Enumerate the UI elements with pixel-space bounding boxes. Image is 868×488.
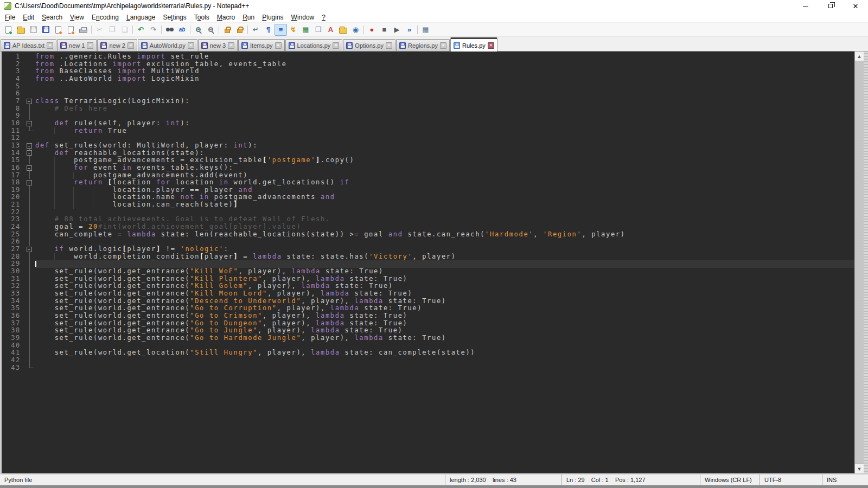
macro-play-icon[interactable]: ▶ xyxy=(391,24,403,36)
fold-collapse-icon[interactable]: − xyxy=(24,179,35,187)
code-line-text: set_rule(world.get_entrance("Go to Jungl… xyxy=(35,327,854,335)
tab-rules-py[interactable]: Rules.py✕ xyxy=(450,37,497,52)
menu-plugins[interactable]: Plugins xyxy=(258,12,287,22)
status-eol-format[interactable]: Windows (CR LF) xyxy=(700,474,760,485)
text-editor[interactable]: 1from ..generic.Rules import set_rule2fr… xyxy=(2,52,854,473)
tab-regions-py[interactable]: Regions.py✕ xyxy=(396,39,450,51)
line-number: 6 xyxy=(2,90,24,98)
new-file-icon[interactable] xyxy=(2,24,15,36)
macro-record-icon[interactable]: ● xyxy=(366,24,378,36)
tab-new-3[interactable]: new 3✕ xyxy=(198,39,238,51)
menu-settings[interactable]: Settings xyxy=(159,12,190,22)
document-list-icon[interactable]: ❒ xyxy=(312,24,324,36)
vertical-scrollbar[interactable]: ▲ ▼ xyxy=(854,52,864,473)
tab-close-icon[interactable]: ✕ xyxy=(275,42,282,49)
close-button[interactable]: ✕ xyxy=(843,0,868,12)
tab-label: new 1 xyxy=(69,42,85,49)
fold-margin xyxy=(24,364,35,372)
tab-close-icon[interactable]: ✕ xyxy=(440,42,446,49)
show-all-characters-icon[interactable]: ¶ xyxy=(262,24,275,36)
menu-tools[interactable]: Tools xyxy=(190,12,213,22)
tab-locations-py[interactable]: Locations.py✕ xyxy=(285,39,343,51)
copy-icon[interactable]: ❐ xyxy=(106,24,118,36)
macro-stop-icon[interactable]: ■ xyxy=(378,24,391,36)
find-icon[interactable] xyxy=(163,24,176,36)
tab-items-py[interactable]: Items.py✕ xyxy=(238,39,285,51)
minimize-button[interactable] xyxy=(793,0,818,12)
code-line-text: for event in events_table.keys(): xyxy=(35,164,854,172)
fold-margin xyxy=(24,357,35,364)
code-line-text: postgame_advancements = exclusion_table[… xyxy=(35,157,854,164)
tab-ap-ideas-txt[interactable]: AP Ideas.txt✕ xyxy=(1,39,56,51)
tab-new-1[interactable]: new 1✕ xyxy=(57,39,97,51)
save-all-icon[interactable] xyxy=(40,24,52,36)
code-line: 32 set_rule(world.get_entrance("Kill Gol… xyxy=(2,282,854,290)
code-line: 2from .Locations import exclusion_table,… xyxy=(2,61,854,68)
show-indent-guide-icon[interactable]: ≡ xyxy=(275,24,287,36)
replace-icon[interactable]: ab xyxy=(176,24,188,36)
zoom-in-icon[interactable]: + xyxy=(192,24,205,36)
macro-run-multiple-icon[interactable]: » xyxy=(403,24,416,36)
fold-margin xyxy=(24,260,35,268)
scroll-down-arrow-icon[interactable]: ▼ xyxy=(855,464,864,473)
menu-file[interactable]: File xyxy=(1,12,19,22)
menu-edit[interactable]: Edit xyxy=(19,12,38,22)
zoom-out-icon[interactable]: − xyxy=(205,24,217,36)
save-file-icon[interactable] xyxy=(27,24,40,36)
close-file-icon[interactable] xyxy=(52,24,65,36)
fold-collapse-icon[interactable]: − xyxy=(24,150,35,157)
document-map-icon[interactable]: ▦ xyxy=(299,24,312,36)
fold-collapse-icon[interactable]: − xyxy=(24,142,35,150)
monitor-icon[interactable]: ◉ xyxy=(349,24,362,36)
tab-close-icon[interactable]: ✕ xyxy=(127,42,134,49)
paste-icon[interactable]: ❑ xyxy=(118,24,131,36)
code-line-text: def reachable_locations(state): xyxy=(35,150,854,157)
redo-icon[interactable]: ↷ xyxy=(147,24,159,36)
sync-horizontal-scroll-icon[interactable] xyxy=(233,24,246,36)
menu-language[interactable]: Language xyxy=(123,12,159,22)
document-switcher-icon[interactable]: A xyxy=(324,24,337,36)
tab-new-2[interactable]: new 2✕ xyxy=(97,39,137,51)
line-number: 1 xyxy=(2,53,24,61)
fold-collapse-icon[interactable]: − xyxy=(24,164,35,172)
sync-vertical-scroll-icon[interactable] xyxy=(221,24,233,36)
print-icon[interactable] xyxy=(77,24,90,36)
tab-close-icon[interactable]: ✕ xyxy=(228,42,234,49)
editor-area: 1from ..generic.Rules import set_rule2fr… xyxy=(0,52,868,473)
status-length-info: length : 2,030 lines : 43 xyxy=(445,474,561,485)
menu-macro[interactable]: Macro xyxy=(213,12,239,22)
fold-collapse-icon[interactable]: − xyxy=(24,246,35,253)
restore-button[interactable] xyxy=(818,0,843,12)
menu-window[interactable]: Window xyxy=(288,12,318,22)
status-encoding[interactable]: UTF-8 xyxy=(760,474,822,485)
tab-close-icon[interactable]: ✕ xyxy=(87,42,93,49)
tab-close-icon[interactable]: ✕ xyxy=(188,42,194,49)
scroll-up-arrow-icon[interactable]: ▲ xyxy=(855,52,864,61)
menu-search[interactable]: Search xyxy=(38,12,66,22)
tab-close-icon[interactable]: ✕ xyxy=(333,42,339,49)
macro-save-icon[interactable]: ▦ xyxy=(419,24,432,36)
tab-close-icon[interactable]: ✕ xyxy=(47,42,53,49)
tab-options-py[interactable]: Options.py✕ xyxy=(343,39,395,51)
scrollbar-thumb[interactable] xyxy=(855,61,864,464)
fold-collapse-icon[interactable]: − xyxy=(24,98,35,105)
menu-run[interactable]: Run xyxy=(239,12,258,22)
tab-close-icon[interactable]: ✕ xyxy=(488,42,494,49)
tab-close-icon[interactable]: ✕ xyxy=(386,42,392,49)
cut-icon[interactable]: ✂ xyxy=(93,24,106,36)
word-wrap-icon[interactable]: ↵ xyxy=(250,24,262,36)
undo-icon[interactable]: ↶ xyxy=(135,24,147,36)
open-file-icon[interactable] xyxy=(15,24,27,36)
menu-?[interactable]: ? xyxy=(318,12,329,22)
function-list-icon[interactable]: ↯ xyxy=(287,24,299,36)
toolbar-separator xyxy=(247,25,248,34)
status-typing-mode[interactable]: INS xyxy=(822,474,868,485)
file-saved-icon xyxy=(201,42,208,49)
fold-collapse-icon[interactable]: − xyxy=(24,120,35,127)
line-number: 36 xyxy=(2,312,24,320)
tab-autoworld-py[interactable]: AutoWorld.py✕ xyxy=(138,39,197,51)
close-all-icon[interactable] xyxy=(65,24,77,36)
menu-view[interactable]: View xyxy=(66,12,88,22)
menu-encoding[interactable]: Encoding xyxy=(88,12,123,22)
folder-as-workspace-icon[interactable] xyxy=(337,24,349,36)
